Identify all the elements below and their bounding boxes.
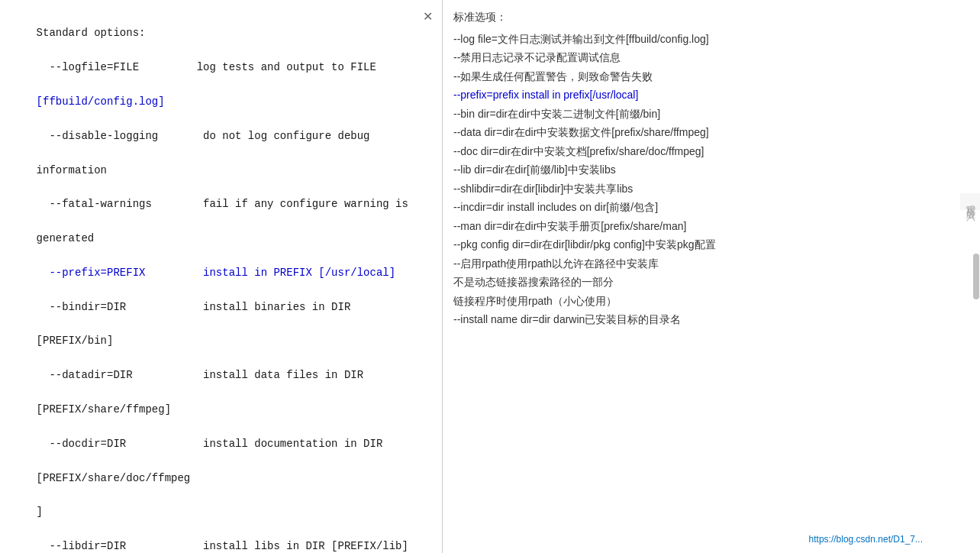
line-logfile: --logfile=FILE log tests and output to F…: [37, 61, 376, 73]
right-line-9: --shlibdir=dir在dir[libdir]中安装共享libs: [453, 179, 969, 199]
right-line-7: --doc dir=dir在dir中安装文档[prefix/share/doc/…: [453, 142, 969, 161]
line-generated: generated: [37, 232, 95, 244]
right-line-5: --bin dir=dir在dir中安装二进制文件[前缀/bin]: [453, 105, 969, 124]
right-line-11: --man dir=dir在dir中安装手册页[prefix/share/man…: [453, 217, 969, 236]
line-prefix-bin: [PREFIX/bin]: [37, 335, 114, 347]
line-prefix-doc: [PREFIX/share/doc/ffmpeg: [37, 472, 191, 484]
line-bracket: ]: [37, 506, 43, 518]
line-logfile-path: [ffbuild/config.log]: [37, 95, 165, 108]
bottom-link-area: https://blog.csdn.net/D1_7...: [809, 531, 923, 549]
right-line-15: 链接程序时使用rpath（小心使用）: [453, 292, 969, 311]
close-button[interactable]: ✕: [421, 9, 434, 23]
right-line-3: --如果生成任何配置警告，则致命警告失败: [453, 67, 969, 86]
watermark-text: 观写历版六: [965, 198, 975, 205]
right-line-13: --启用rpath使用rpath以允许在路径中安装库: [453, 254, 969, 273]
line-datadir: --datadir=DIR install data files in DIR: [37, 369, 363, 381]
right-line-6: --data dir=dir在dir中安装数据文件[prefix/share/f…: [453, 123, 969, 142]
left-panel: ✕ Standard options: --logfile=FILE log t…: [0, 0, 443, 553]
watermark: 观写历版六: [960, 193, 980, 210]
right-content: 标准选项： --log file=文件日志测试并输出到文件[ffbuild/co…: [453, 8, 969, 329]
right-panel: 标准选项： --log file=文件日志测试并输出到文件[ffbuild/co…: [443, 0, 980, 553]
line-standard-options: Standard options:: [37, 27, 146, 39]
line-fatal-warnings: --fatal-warnings fail if any configure w…: [37, 198, 408, 210]
right-line-4: --prefix=prefix install in prefix[/usr/l…: [453, 86, 969, 105]
right-line-2: --禁用日志记录不记录配置调试信息: [453, 48, 969, 67]
right-title: 标准选项：: [453, 8, 969, 27]
right-line-14: 不是动态链接器搜索路径的一部分: [453, 273, 969, 292]
right-line-8: --lib dir=dir在dir[前缀/lib]中安装libs: [453, 160, 969, 179]
bottom-link[interactable]: https://blog.csdn.net/D1_7...: [809, 534, 923, 545]
line-prefix-share: [PREFIX/share/ffmpeg]: [37, 403, 171, 416]
scrollbar-thumb[interactable]: [973, 254, 979, 299]
right-line-16: --install name dir=dir darwin已安装目标的目录名: [453, 310, 969, 329]
line-information: information: [37, 164, 107, 176]
left-content: Standard options: --logfile=FILE log tes…: [11, 8, 434, 553]
line-prefix: --prefix=PREFIX install in PREFIX [/usr/…: [37, 267, 395, 279]
line-disable-logging: --disable-logging do not log configure d…: [37, 130, 370, 142]
line-libdir: --libdir=DIR install libs in DIR [PREFIX…: [37, 540, 408, 552]
line-bindir: --bindir=DIR install binaries in DIR: [37, 301, 351, 313]
right-line-10: --incdir=dir install includes on dir[前缀/…: [453, 198, 969, 217]
line-docdir: --docdir=DIR install documentation in DI…: [37, 438, 383, 450]
right-line-12: --pkg config dir=dir在dir[libdir/pkg conf…: [453, 235, 969, 254]
right-line-1: --log file=文件日志测试并输出到文件[ffbuild/config.l…: [453, 30, 969, 49]
